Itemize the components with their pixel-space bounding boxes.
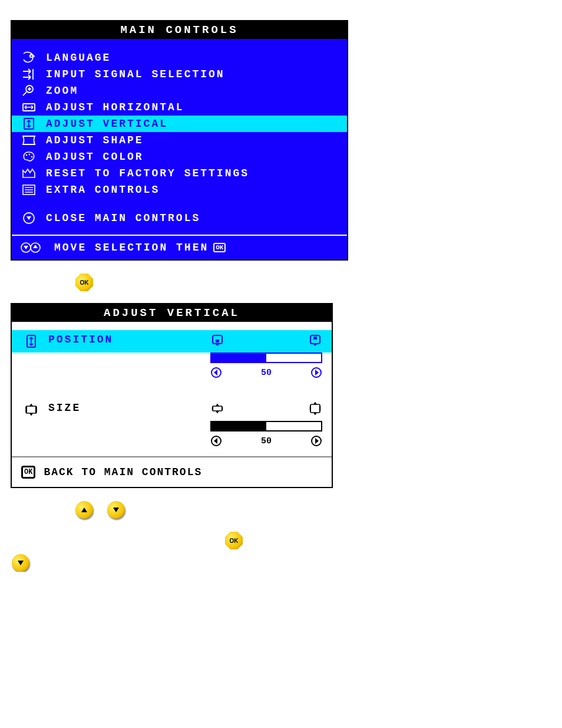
adjust-vertical-panel: ADJUST VERTICAL POSITION: [11, 303, 333, 488]
close-menu-icon: [20, 211, 38, 225]
svg-rect-18: [314, 344, 316, 345]
arrow-right-icon[interactable]: [310, 367, 322, 378]
position-row[interactable]: POSITION: [12, 330, 332, 353]
menu-label: ADJUST VERTICAL: [46, 118, 168, 130]
ok-button[interactable]: OK: [225, 532, 243, 549]
adjust-color-icon: [20, 150, 38, 164]
extra-controls-icon: [20, 183, 38, 197]
svg-point-5: [26, 154, 28, 156]
ok-icon: OK: [213, 243, 226, 252]
ok-button-label: OK: [230, 538, 239, 544]
menu-item-close[interactable]: CLOSE MAIN CONTROLS: [12, 210, 347, 226]
svg-rect-15: [216, 344, 219, 345]
menu-item-adjust-horizontal[interactable]: ADJUST HORIZONTAL: [12, 99, 347, 116]
svg-rect-17: [313, 337, 317, 340]
menu-item-reset-factory[interactable]: RESET TO FACTORY SETTINGS: [12, 165, 347, 182]
menu-item-language[interactable]: ? LANGUAGE: [12, 50, 347, 66]
adjust-vertical-icon: [20, 117, 38, 131]
adjust-shape-icon: [20, 133, 38, 147]
main-controls-menu: ? LANGUAGE INPUT SIGNAL SELECTION ZOOM A…: [12, 39, 347, 235]
size-label: SIZE: [48, 402, 210, 414]
svg-point-6: [29, 154, 31, 156]
main-controls-footer: MOVE SELECTION THEN OK: [12, 235, 347, 259]
size-bar: [210, 421, 322, 431]
menu-label: INPUT SIGNAL SELECTION: [46, 68, 225, 80]
ok-button-label: OK: [80, 279, 89, 286]
input-signal-icon: [20, 67, 38, 81]
adjust-vertical-title: ADJUST VERTICAL: [12, 304, 332, 322]
menu-item-adjust-shape[interactable]: ADJUST SHAPE: [12, 132, 347, 149]
size-icon: [22, 402, 40, 417]
footer-text: MOVE SELECTION THEN: [54, 242, 209, 253]
down-button[interactable]: [107, 501, 125, 519]
menu-label: EXTRA CONTROLS: [46, 184, 160, 196]
svg-rect-14: [216, 340, 219, 342]
ok-icon: OK: [21, 466, 35, 479]
language-icon: ?: [20, 51, 38, 65]
size-small-icon: [210, 402, 224, 415]
arrow-right-icon[interactable]: [310, 435, 322, 447]
position-bar-fill: [211, 354, 266, 362]
up-button[interactable]: [75, 501, 93, 519]
menu-item-zoom[interactable]: ZOOM: [12, 83, 347, 99]
menu-item-input-signal[interactable]: INPUT SIGNAL SELECTION: [12, 66, 347, 83]
size-large-icon: [308, 402, 322, 415]
menu-label: ADJUST SHAPE: [46, 134, 144, 146]
main-controls-title: MAIN CONTROLS: [12, 21, 347, 39]
back-to-main-row[interactable]: OK BACK TO MAIN CONTROLS: [12, 456, 332, 487]
position-icon: [22, 334, 40, 349]
menu-item-adjust-vertical[interactable]: ADJUST VERTICAL: [12, 116, 347, 132]
ok-button[interactable]: OK: [75, 274, 93, 291]
position-label: POSITION: [48, 334, 210, 345]
position-low-icon: [210, 334, 224, 347]
position-bar: [210, 353, 322, 363]
menu-label: LANGUAGE: [46, 52, 111, 64]
svg-text:?: ?: [29, 54, 33, 59]
down-button[interactable]: [12, 554, 29, 572]
position-value: 50: [261, 368, 272, 378]
size-value: 50: [261, 436, 272, 446]
adjust-horizontal-icon: [20, 100, 38, 114]
size-row[interactable]: SIZE: [12, 398, 332, 421]
menu-label: ZOOM: [46, 85, 78, 97]
svg-point-7: [31, 156, 33, 158]
back-label: BACK TO MAIN CONTROLS: [44, 466, 202, 478]
menu-item-extra-controls[interactable]: EXTRA CONTROLS: [12, 182, 347, 198]
move-selection-icons: [20, 242, 46, 253]
menu-label: CLOSE MAIN CONTROLS: [46, 212, 200, 224]
menu-label: ADJUST HORIZONTAL: [46, 101, 184, 113]
zoom-icon: [20, 84, 38, 98]
arrow-left-icon[interactable]: [210, 435, 222, 447]
arrow-left-icon[interactable]: [210, 367, 222, 378]
menu-item-adjust-color[interactable]: ADJUST COLOR: [12, 149, 347, 165]
position-high-icon: [308, 334, 322, 347]
menu-label: ADJUST COLOR: [46, 151, 144, 163]
main-controls-panel: MAIN CONTROLS ? LANGUAGE INPUT SIGNAL SE…: [11, 20, 348, 261]
menu-label: RESET TO FACTORY SETTINGS: [46, 167, 249, 179]
reset-factory-icon: [20, 166, 38, 180]
size-bar-fill: [211, 422, 266, 430]
